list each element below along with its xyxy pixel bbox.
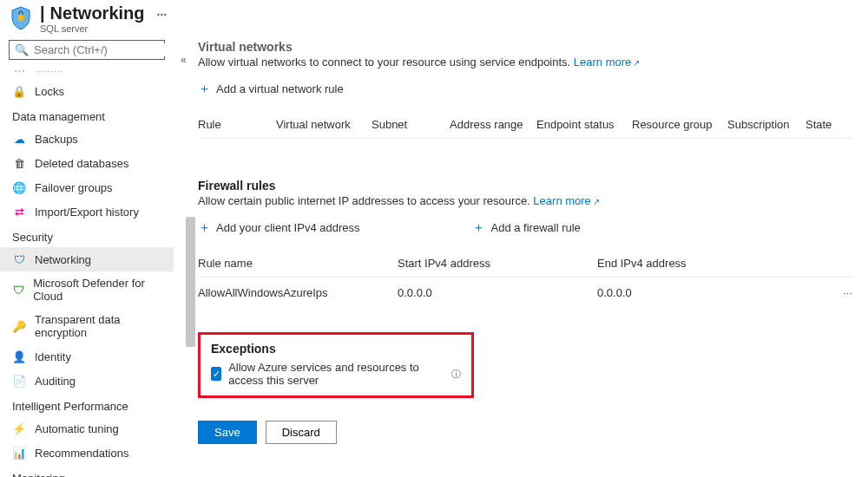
firewall-rule-row[interactable]: AllowAllWindowsAzureIps 0.0.0.0 0.0.0.0 … [198,278,852,308]
exceptions-title: Exceptions [211,342,461,356]
title-more-icon[interactable]: ··· [157,8,168,22]
sidebar-item-label: Identity [35,350,71,363]
sidebar-item-label: Import/Export history [35,206,139,219]
sidebar-item-tde[interactable]: 🔑Transparent data encryption [0,308,174,344]
sidebar-item-identity[interactable]: 👤Identity [0,344,174,369]
main-content: Virtual networks Allow virtual networks … [174,36,868,477]
page-header: | Networking ··· SQL server [0,0,868,36]
page-subtitle: SQL server [40,23,167,34]
vnet-table-header: Rule Virtual network Subnet Address rang… [198,111,852,139]
sidebar-item-label: Transparent data encryption [35,313,161,339]
backup-icon: ☁ [12,132,26,146]
section-security: Security [0,224,174,247]
lock-icon: 🔒 [12,84,26,98]
sidebar: 🔍 ⋯ ········· 🔒 Locks Data management ☁B… [0,36,174,477]
properties-icon: ⋯ [12,63,26,77]
section-intelligent-performance: Intelligent Performance [0,393,174,416]
allow-azure-services-checkbox[interactable]: ✓ Allow Azure services and resources to … [211,361,461,387]
save-button[interactable]: Save [198,421,257,444]
svg-rect-0 [18,15,23,21]
external-link-icon: ↗ [633,58,640,68]
defender-icon: 🛡 [12,283,24,297]
plus-icon: ＋ [198,81,211,97]
sidebar-item-defender[interactable]: 🛡Microsoft Defender for Cloud [0,271,174,308]
import-export-icon: ⇄ [12,205,26,219]
sidebar-item-label: Automatic tuning [35,422,119,435]
sidebar-item-label: Failover groups [35,181,113,194]
sidebar-item-locks[interactable]: 🔒 Locks [0,79,174,103]
sidebar-item-recommendations[interactable]: 📊Recommendations [0,441,174,465]
sidebar-item-deleted-databases[interactable]: 🗑Deleted databases [0,151,174,175]
sidebar-item-backups[interactable]: ☁Backups [0,127,174,151]
sidebar-item-label: Networking [35,253,91,266]
search-icon: 🔍 [15,43,29,56]
sidebar-item-networking[interactable]: 🛡Networking [0,247,174,271]
sidebar-item-import-export[interactable]: ⇄Import/Export history [0,199,174,224]
vnet-learn-more-link[interactable]: Learn more↗ [574,56,640,69]
sql-server-shield-icon [10,6,31,30]
discard-button[interactable]: Discard [266,421,337,444]
sidebar-item-label: Backups [35,133,78,146]
title-separator: | [40,3,45,23]
rule-end-ip: 0.0.0.0 [597,286,797,299]
sidebar-item-label: Microsoft Defender for Cloud [33,277,161,303]
encryption-icon: 🔑 [12,319,26,333]
vnet-desc: Allow virtual networks to connect to you… [198,56,852,69]
checkbox-checked-icon: ✓ [211,367,221,381]
trash-icon: 🗑 [12,156,26,170]
add-client-ip-button[interactable]: ＋Add your client IPv4 address [198,219,359,236]
sidebar-item-failover-groups[interactable]: 🌐Failover groups [0,175,174,199]
external-link-icon: ↗ [593,197,600,206]
plus-icon: ＋ [198,219,211,236]
plus-icon: ＋ [472,219,485,236]
rule-start-ip: 0.0.0.0 [398,286,597,299]
checkbox-label: Allow Azure services and resources to ac… [228,361,444,387]
section-monitoring: Monitoring [0,465,174,477]
recommendations-icon: 📊 [12,446,26,460]
bolt-icon: ⚡ [12,421,26,435]
firewall-learn-more-link[interactable]: Learn more↗ [533,194,599,207]
sidebar-item-label: Locks [35,85,64,98]
sidebar-item-properties-truncated[interactable]: ⋯ ········· [0,63,174,79]
section-data-management: Data management [0,103,174,127]
search-input[interactable]: 🔍 [9,40,165,60]
sidebar-item-label: Auditing [35,375,76,388]
add-vnet-rule-button[interactable]: ＋Add a virtual network rule [198,81,344,97]
rule-name: AllowAllWindowsAzureIps [198,286,398,299]
sidebar-item-auditing[interactable]: 📄Auditing [0,369,174,393]
firewall-desc: Allow certain public internet IP address… [198,194,852,207]
sidebar-item-label: Recommendations [35,447,128,460]
auditing-icon: 📄 [12,374,26,388]
sidebar-item-label: Deleted databases [35,157,128,170]
page-title: Networking [50,3,145,23]
sidebar-item-automatic-tuning[interactable]: ⚡Automatic tuning [0,416,174,441]
exceptions-highlight-box: Exceptions ✓ Allow Azure services and re… [198,332,474,398]
globe-icon: 🌐 [12,180,26,194]
identity-icon: 👤 [12,350,26,363]
search-field[interactable] [34,43,174,56]
row-more-actions-icon[interactable]: ··· [843,286,852,299]
vnet-section-title: Virtual networks [198,40,852,54]
firewall-section-title: Firewall rules [198,179,852,193]
shield-icon: 🛡 [12,252,26,266]
firewall-table-header: Rule name Start IPv4 address End IPv4 ad… [198,250,852,278]
footer-buttons: Save Discard [198,421,852,444]
info-icon[interactable]: ⓘ [451,368,461,381]
add-firewall-rule-button[interactable]: ＋Add a firewall rule [472,219,580,236]
